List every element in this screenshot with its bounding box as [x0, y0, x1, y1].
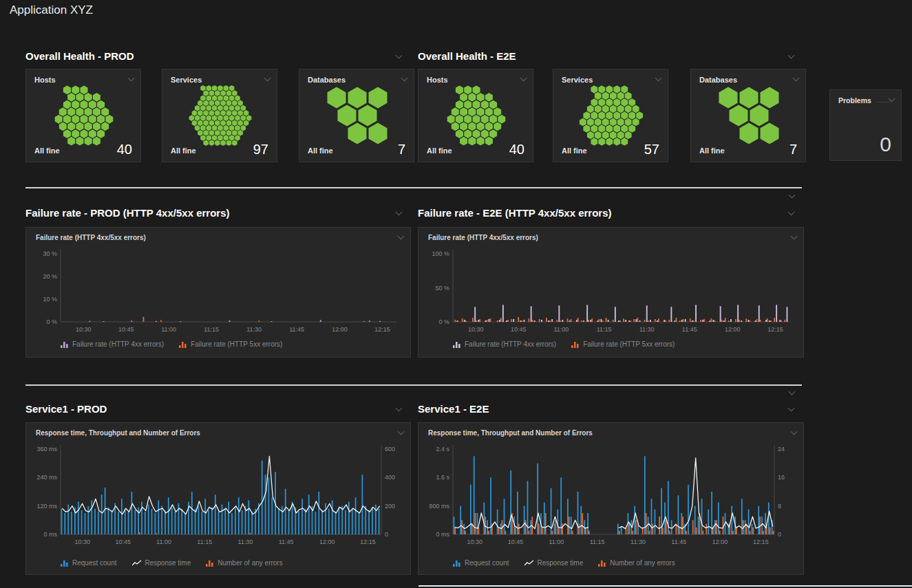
service-chart-prod[interactable]: 360 ms240 ms120 ms0 ms600400200010:3010:…	[26, 423, 410, 574]
entity-count: 40	[117, 142, 132, 157]
tile-databases-prod[interactable]: Databases All fine 7	[299, 69, 414, 162]
status-label: All fine	[171, 146, 196, 155]
entity-count: 57	[644, 142, 659, 157]
bar-series-icon	[453, 341, 461, 348]
svg-text:10 %: 10 %	[43, 296, 57, 303]
section-header-service-e2e: Service1 - E2E	[418, 403, 795, 417]
bar-series-icon	[206, 560, 214, 567]
problems-sparkline	[877, 102, 889, 102]
svg-text:12:15: 12:15	[360, 538, 376, 545]
chevron-down-icon[interactable]	[788, 406, 795, 413]
svg-text:120 ms: 120 ms	[36, 503, 57, 510]
tile-title: Databases	[308, 76, 346, 84]
tile-hosts-prod[interactable]: Hosts All fine 40	[25, 69, 141, 162]
failure-rate-chart-e2e[interactable]: 100 %50 %0 %10:3010:4511:0011:1511:3011:…	[418, 228, 803, 357]
chart-tile-service-e2e: Response time, Throughput and Number of …	[418, 422, 804, 575]
status-label: All fine	[308, 146, 333, 155]
section-title-failure-e2e: Failure rate - E2E (HTTP 4xx/5xx errors)	[418, 207, 612, 219]
legend-item[interactable]: Failure rate (HTTP 4xx errors)	[61, 340, 164, 348]
legend-label: Request count	[72, 559, 117, 567]
hexagon-cluster	[172, 85, 268, 146]
chevron-down-icon[interactable]	[396, 210, 403, 217]
legend-item[interactable]: Response time	[524, 559, 584, 567]
svg-text:200: 200	[385, 503, 395, 510]
service-chart-e2e[interactable]: 2.4 s1.6 s800 ms0 ms24168010:3010:4511:0…	[418, 423, 803, 574]
chevron-down-icon[interactable]	[520, 76, 527, 83]
svg-text:12:15: 12:15	[374, 326, 390, 333]
hexagon-cluster	[36, 85, 132, 146]
svg-text:11:15: 11:15	[204, 326, 219, 333]
chart-legend: Failure rate (HTTP 4xx errors)Failure ra…	[453, 340, 675, 348]
chart-tile-service-prod: Response time, Throughput and Number of …	[25, 422, 411, 575]
hexagon-cluster	[701, 85, 797, 146]
svg-text:0 ms: 0 ms	[436, 531, 449, 538]
tile-title: Databases	[699, 76, 737, 84]
failure-rate-chart-prod[interactable]: 30 %20 %10 %0 %10:3010:4511:0011:1511:30…	[26, 228, 410, 357]
chevron-down-icon[interactable]	[128, 76, 135, 83]
tile-title: Problems	[838, 96, 871, 105]
bar-series-icon	[179, 341, 187, 348]
chevron-down-icon[interactable]	[396, 53, 403, 60]
svg-text:11:45: 11:45	[671, 538, 686, 545]
chart-tile-failure-prod: Failure rate (HTTP 4xx/5xx errors) 30 %2…	[25, 227, 411, 358]
svg-text:11:45: 11:45	[279, 538, 294, 545]
svg-text:12:15: 12:15	[753, 538, 769, 545]
svg-text:0: 0	[385, 531, 388, 538]
tile-services-prod[interactable]: Services All fine 97	[162, 69, 277, 162]
svg-text:100 %: 100 %	[432, 250, 449, 257]
section-title-failure-prod: Failure rate - PROD (HTTP 4xx/5xx errors…	[25, 207, 230, 219]
chevron-down-icon[interactable]	[264, 76, 271, 83]
svg-text:240 ms: 240 ms	[36, 474, 57, 481]
chevron-down-icon[interactable]	[793, 76, 800, 83]
chevron-down-icon[interactable]	[789, 389, 796, 396]
section-divider-partial	[418, 585, 912, 587]
tile-problems[interactable]: Problems 0	[829, 89, 902, 161]
chevron-down-icon[interactable]	[396, 406, 403, 413]
legend-item[interactable]: Number of any errors	[598, 559, 675, 567]
svg-text:400: 400	[385, 474, 395, 481]
chevron-down-icon[interactable]	[789, 193, 796, 199]
legend-item[interactable]: Response time	[132, 559, 191, 567]
tile-databases-e2e[interactable]: Databases All fine 7	[690, 69, 806, 162]
tile-hosts-e2e[interactable]: Hosts All fine 40	[418, 69, 533, 162]
legend-item[interactable]: Failure rate (HTTP 5xx errors)	[571, 340, 675, 348]
svg-text:0 ms: 0 ms	[43, 531, 57, 538]
chevron-down-icon[interactable]	[889, 96, 895, 103]
chevron-down-icon[interactable]	[655, 76, 662, 83]
tile-services-e2e[interactable]: Services All fine 57	[553, 69, 668, 162]
svg-text:800 ms: 800 ms	[429, 503, 449, 510]
chevron-down-icon[interactable]	[788, 53, 795, 60]
bar-series-icon	[453, 560, 461, 567]
hexagon-cluster	[563, 85, 659, 146]
chart-legend: Failure rate (HTTP 4xx errors)Failure ra…	[61, 340, 282, 348]
legend-item[interactable]: Failure rate (HTTP 4xx errors)	[453, 340, 556, 348]
page-title: Application XYZ	[10, 3, 93, 17]
line-series-icon	[132, 560, 142, 567]
legend-item[interactable]: Failure rate (HTTP 5xx errors)	[179, 340, 282, 348]
svg-text:10:30: 10:30	[467, 538, 482, 545]
section-title-health-e2e: Overall Health - E2E	[418, 50, 516, 62]
entity-count: 40	[509, 142, 524, 157]
chevron-down-icon[interactable]	[401, 76, 408, 83]
tile-title: Hosts	[34, 76, 56, 84]
legend-label: Failure rate (HTTP 5xx errors)	[583, 340, 675, 348]
bar-series-icon	[61, 560, 69, 567]
entity-count: 97	[253, 142, 268, 157]
chevron-down-icon[interactable]	[788, 210, 795, 217]
svg-text:10:45: 10:45	[508, 538, 524, 545]
svg-text:11:30: 11:30	[630, 538, 646, 545]
section-title-service-e2e: Service1 - E2E	[418, 403, 489, 415]
legend-label: Number of any errors	[610, 559, 675, 567]
section-header-failure-e2e: Failure rate - E2E (HTTP 4xx/5xx errors)	[418, 207, 795, 221]
legend-item[interactable]: Request count	[61, 559, 117, 567]
legend-item[interactable]: Number of any errors	[206, 559, 282, 567]
svg-text:24: 24	[778, 446, 785, 453]
section-divider	[25, 187, 802, 188]
svg-text:1.6 s: 1.6 s	[436, 474, 449, 481]
svg-text:12:15: 12:15	[767, 326, 783, 333]
svg-text:11:00: 11:00	[554, 326, 569, 333]
svg-text:11:30: 11:30	[639, 326, 655, 333]
legend-item[interactable]: Request count	[453, 559, 509, 567]
section-header-failure-prod: Failure rate - PROD (HTTP 4xx/5xx errors…	[25, 207, 403, 221]
svg-text:11:15: 11:15	[597, 326, 612, 333]
